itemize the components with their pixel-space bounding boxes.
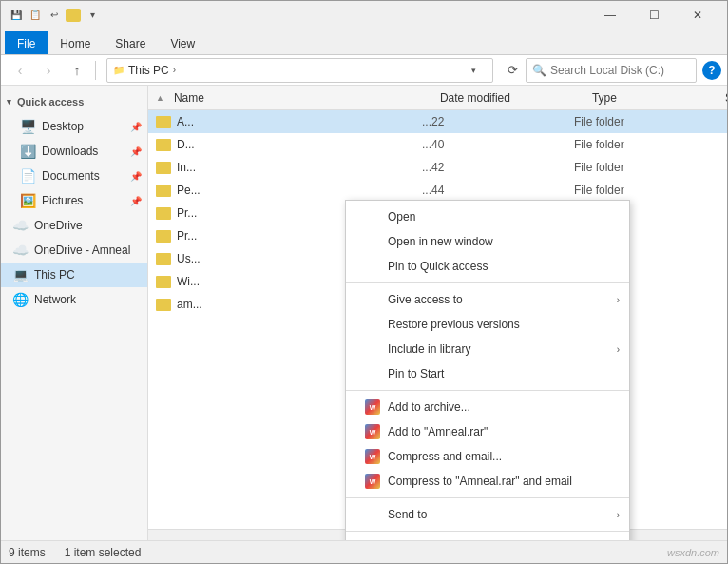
pictures-icon: 🖼️	[20, 193, 36, 208]
item-count: 9 items	[9, 546, 46, 559]
ctx-rar-icon-4: W	[365, 474, 380, 489]
path-chevron: ›	[173, 65, 176, 75]
ctx-restore-versions[interactable]: Restore previous versions	[346, 312, 629, 337]
ctx-pin-icon	[365, 259, 380, 274]
quick-access-arrow: ▾	[7, 97, 11, 107]
file-row-3[interactable]: Pe... ...44 File folder	[148, 179, 727, 202]
folder-sm-icon	[66, 9, 81, 22]
main-layout: ▾ Quick access 🖥️ Desktop 📌 ⬇️ Downloads…	[1, 86, 727, 540]
folder-icon-0	[156, 116, 171, 128]
documents-icon: 📄	[20, 168, 36, 184]
window-controls: — ☐ ✕	[588, 1, 719, 29]
ctx-sep-1	[346, 282, 629, 283]
tab-home[interactable]: Home	[48, 31, 103, 54]
tab-view[interactable]: View	[158, 31, 207, 54]
col-header-name[interactable]: Name	[170, 91, 436, 105]
toolbar-separator	[95, 61, 96, 80]
sidebar-item-this-pc[interactable]: 💻 This PC	[1, 263, 147, 287]
minimize-button[interactable]: —	[588, 1, 632, 29]
sidebar-item-onedrive-amneal[interactable]: ☁️ OneDrive - Amneal	[1, 238, 147, 263]
ctx-pin-start[interactable]: Pin to Start	[346, 361, 629, 386]
title-bar-icons: 💾 📋 ↩ ▾	[9, 8, 100, 23]
save-icon[interactable]: 💾	[9, 8, 24, 23]
folder-icon-4	[156, 207, 171, 220]
file-row-2[interactable]: In... ...42 File folder	[148, 156, 727, 179]
ctx-include-library[interactable]: Include in library ›	[346, 337, 629, 361]
ctx-add-amneal-rar[interactable]: W Add to "Amneal.rar"	[346, 419, 629, 444]
dropdown-path-button[interactable]: ▾	[460, 58, 487, 83]
file-name-5: Pr...	[177, 229, 197, 243]
ctx-compress-email-label: Compress and email...	[388, 450, 502, 463]
back-button[interactable]: ‹	[7, 58, 33, 83]
col-header-date[interactable]: Date modified	[436, 91, 588, 105]
address-path: This PC ›	[128, 64, 456, 77]
help-button[interactable]: ?	[702, 61, 721, 80]
refresh-button[interactable]: ⟳	[501, 59, 524, 82]
col-header-size[interactable]: Size	[721, 91, 727, 105]
ctx-rar-icon-2: W	[365, 424, 380, 439]
forward-button[interactable]: ›	[35, 58, 62, 83]
address-bar[interactable]: 📁 This PC › ▾	[106, 58, 493, 83]
file-name-1: D...	[177, 138, 195, 151]
pin-icon-4: 📌	[130, 196, 142, 206]
sidebar-item-documents[interactable]: 📄 Documents 📌	[1, 164, 147, 188]
ctx-pin-quick-access[interactable]: Pin to Quick access	[346, 254, 629, 279]
sidebar-item-network[interactable]: 🌐 Network	[1, 287, 147, 312]
ctx-compress-amneal-email[interactable]: W Compress to "Amneal.rar" and email	[346, 469, 629, 494]
status-bar: 9 items 1 item selected wsxdn.com	[1, 540, 727, 563]
ctx-open[interactable]: Open	[346, 204, 629, 229]
search-bar[interactable]: 🔍	[526, 58, 697, 83]
folder-icon-6	[156, 253, 171, 265]
file-row-1[interactable]: D... ...40 File folder	[148, 133, 727, 156]
file-row-0[interactable]: A... ...22 File folder	[148, 110, 727, 133]
sidebar-item-pictures[interactable]: 🖼️ Pictures 📌	[1, 188, 147, 213]
col-header-type[interactable]: Type	[588, 91, 721, 105]
sidebar: ▾ Quick access 🖥️ Desktop 📌 ⬇️ Downloads…	[1, 86, 148, 540]
file-date-3: ...44	[422, 184, 574, 197]
ctx-sep-3	[346, 497, 629, 498]
ctx-send-to[interactable]: Send to ›	[346, 502, 629, 527]
maximize-button[interactable]: ☐	[632, 1, 676, 29]
title-bar-left: 💾 📋 ↩ ▾	[9, 8, 100, 23]
sidebar-header-quick-access: ▾ Quick access	[1, 89, 147, 114]
ribbon-tabs: File Home Share View	[1, 29, 727, 54]
ctx-open-new-label: Open in new window	[388, 235, 493, 248]
sort-indicator: ▲	[156, 93, 164, 103]
path-computer-icon: 📁	[113, 65, 125, 75]
quick-access-label: Quick access	[17, 96, 84, 107]
col-type-label: Type	[592, 91, 617, 105]
col-size-label: Size	[725, 91, 727, 105]
folder-icon-3	[156, 185, 171, 197]
dropdown-icon[interactable]: ▾	[85, 8, 100, 23]
close-button[interactable]: ✕	[676, 1, 719, 29]
ctx-library-arrow: ›	[617, 344, 620, 355]
undo-icon[interactable]: ↩	[47, 8, 62, 23]
ctx-give-access[interactable]: Give access to ›	[346, 287, 629, 312]
ctx-compress-email[interactable]: W Compress and email...	[346, 444, 629, 469]
paste-icon[interactable]: 📋	[28, 8, 43, 23]
ctx-cut[interactable]: Cut	[346, 535, 629, 540]
search-input[interactable]	[550, 64, 693, 77]
ctx-restore-icon	[365, 317, 380, 332]
ctx-compress-amneal-label: Compress to "Amneal.rar" and email	[388, 475, 572, 488]
up-button[interactable]: ↑	[64, 58, 90, 83]
this-pc-icon: 💻	[12, 267, 29, 282]
path-this-pc[interactable]: This PC	[128, 64, 169, 77]
tab-file[interactable]: File	[5, 31, 48, 54]
ctx-access-arrow: ›	[617, 295, 620, 305]
ctx-add-archive[interactable]: W Add to archive...	[346, 395, 629, 419]
this-pc-label: This PC	[34, 268, 75, 282]
pin-icon-3: 📌	[130, 171, 142, 182]
search-icon: 🔍	[532, 64, 546, 77]
col-name-label: Name	[174, 91, 204, 105]
sidebar-item-downloads[interactable]: ⬇️ Downloads 📌	[1, 139, 147, 164]
file-name-0: A...	[177, 115, 194, 128]
ribbon: File Home Share View	[1, 29, 727, 55]
sidebar-item-desktop[interactable]: 🖥️ Desktop 📌	[1, 114, 147, 139]
pin-icon: 📌	[130, 122, 142, 132]
ctx-open-new-window[interactable]: Open in new window	[346, 229, 629, 254]
onedrive-icon: ☁️	[12, 218, 29, 233]
sidebar-item-onedrive[interactable]: ☁️ OneDrive	[1, 213, 147, 238]
tab-share[interactable]: Share	[103, 31, 158, 54]
file-type-0: File folder	[574, 115, 707, 128]
